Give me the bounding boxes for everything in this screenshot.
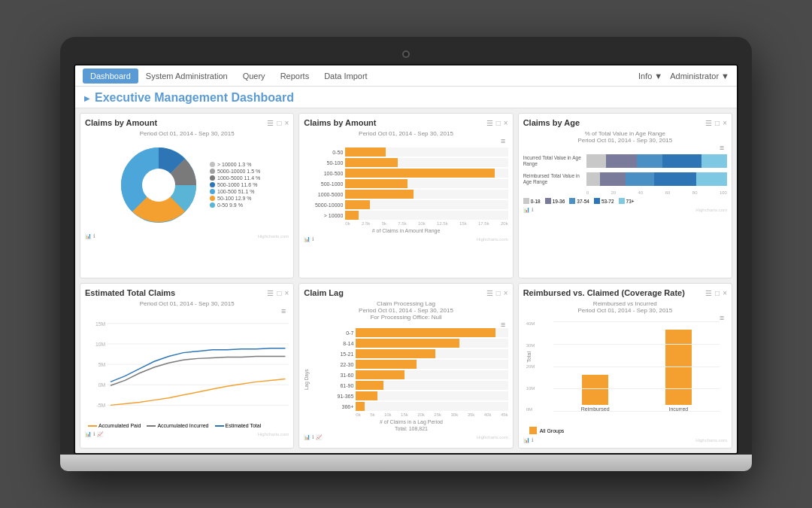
svg-text:5M: 5M [98,362,106,367]
lag-axis-label: # of Claims in a Lag Period [314,419,508,424]
nav-query[interactable]: Query [235,68,273,84]
vbar-grid [553,321,720,412]
panel-header-lag: Claim Lag ☰ □ × [304,288,508,297]
svg-text:-5M: -5M [96,403,105,408]
camera [402,50,410,58]
panel-estimated-total: Estimated Total Claims ☰ □ × Period Oct … [80,283,294,449]
lag-y-label: Lag Days [304,328,314,431]
panel-claims-pie: Claims by Amount ☰ □ × Period Oct 01, 20… [80,113,294,278]
svg-text:15M: 15M [95,321,106,327]
bar-menu-icon[interactable]: ☰ [486,119,493,127]
nav-reports[interactable]: Reports [273,68,317,84]
est-settings-icon[interactable]: □ [277,289,281,297]
lag-settings-icon[interactable]: □ [496,289,501,297]
lag-menu-icon[interactable]: ☰ [486,289,493,297]
panel-title-est: Estimated Total Claims [85,288,175,297]
panel-controls: ☰ □ × [267,119,289,127]
panel-title-age: Claims by Age [523,118,580,127]
panel-header-reimb: Reimbursed vs. Claimed (Coverage Rate) ☰… [523,288,727,297]
lag-bars: 0-7 8-14 15-21 22-30 31-60 61-90 91-365 … [314,328,508,431]
panel-claims-bar: Claims by Amount ☰ □ × Period Oct 01, 20… [298,113,513,278]
est-subtitle: Period Oct 01, 2014 - Sep 30, 2015 [85,300,289,307]
vbar-legend: All Groups [523,427,727,434]
header-arrow: ▶ [84,94,90,102]
panel-header: Claims by Amount ☰ □ × [85,118,289,127]
stacked-legend: 0-18 19-36 37-54 53-72 73+ [523,198,727,204]
panel-footer-reimb: 📊 ℹ Highcharts.com [523,437,727,443]
top-navigation: Dashboard System Administration Query Re… [75,65,737,87]
est-menu-small: ☰ [85,309,289,315]
reimb-settings-icon[interactable]: □ [715,289,720,297]
panel-title-lag: Claim Lag [304,288,344,297]
panel-controls-est: ☰ □ × [267,289,289,297]
admin-menu[interactable]: Administrator ▼ [670,71,729,81]
nav-system-admin[interactable]: System Administration [138,68,235,84]
panel-footer-lag: 📊 ℹ 📈 Highcharts.com [304,434,508,440]
reimb-menu-icon[interactable]: ☰ [705,289,712,297]
panel-footer-est: 📊 ℹ 📈 Highcharts.com [85,431,289,437]
panel-title-reimb: Reimbursed vs. Claimed (Coverage Rate) [523,288,685,297]
bar-chart-area: 0-50 50-100 100-500 500-1000 1000-5000 5… [304,148,508,233]
panel-footer-age: 📊 ℹ Highcharts.com [523,207,727,213]
bar-subtitle: Period Oct 01, 2014 - Sep 30, 2015 [304,130,508,137]
panel-close-icon[interactable]: × [284,119,289,127]
panel-title-bar: Claims by Amount [304,118,376,127]
est-close-icon[interactable]: × [284,289,289,297]
stacked-bar-incurred [586,154,727,168]
panel-settings-icon[interactable]: □ [277,119,281,127]
nav-dashboard[interactable]: Dashboard [83,68,138,84]
panel-footer-pie: 📊 ℹ Highcharts.com [85,233,289,239]
stacked-bar-reimbursed [586,172,727,186]
pie-donut-hole [142,169,175,202]
reimb-menu-small: ☰ [523,315,727,321]
line-chart-svg: 15M 10M 5M 0M -5M [85,315,289,420]
age-close-icon[interactable]: × [723,119,727,127]
panel-controls-reimb: ☰ □ × [705,289,727,297]
reimb-close-icon[interactable]: × [723,289,727,297]
stacked-chart-area: Incurred Total Value in Age Range Reimbu… [523,154,727,204]
age-settings-icon[interactable]: □ [715,119,720,127]
stacked-label-incurred: Incurred Total Value in Age Range [523,155,583,168]
nav-data-import[interactable]: Data Import [317,68,374,84]
panel-reimbursed: Reimbursed vs. Claimed (Coverage Rate) ☰… [518,283,732,449]
panel-claim-lag: Claim Lag ☰ □ × Claim Processing LagPeri… [298,283,513,449]
bar-close-icon[interactable]: × [504,119,508,127]
vbar-y-axis: 40M30M20M10M0M [526,321,535,412]
lag-chart-wrap: Lag Days 0-7 8-14 15-21 22-30 31-60 61-9… [304,328,508,431]
vbar-y-label: Total [526,351,532,363]
panel-title-pie: Claims by Amount [85,118,157,127]
age-menu-small: ☰ [523,145,727,151]
reimb-subtitle: Reimbursed vs IncurredPeriod Oct 01, 201… [523,300,727,314]
panel-controls-lag: ☰ □ × [486,289,508,297]
panel-header-est: Estimated Total Claims ☰ □ × [85,288,289,297]
page-title: Executive Management Dashboard [95,91,294,105]
pie-legend: > 10000 1.3 % 5000-10000 1.5 % 1000-5000… [210,162,260,209]
nav-right-controls: Info ▼ Administrator ▼ [638,71,729,81]
lag-close-icon[interactable]: × [504,289,508,297]
est-menu-icon[interactable]: ☰ [267,289,274,297]
svg-text:0M: 0M [98,382,106,388]
laptop-frame: Dashboard System Administration Query Re… [60,37,752,471]
dashboard-header: ▶ Executive Management Dashboard [75,87,737,108]
svg-text:10M: 10M [95,342,106,347]
panel-controls-age: ☰ □ × [705,119,727,127]
vbar-legend-label: All Groups [540,428,565,433]
lag-total: Total: 108,821 [314,426,508,431]
panel-controls-bar: ☰ □ × [486,119,508,127]
panel-footer-bar: 📊 ℹ Highcharts.com [304,236,508,242]
age-menu-icon[interactable]: ☰ [705,119,712,127]
panel-header-bar: Claims by Amount ☰ □ × [304,118,508,127]
laptop-base [60,455,752,471]
info-menu[interactable]: Info ▼ [638,71,662,81]
panel-menu-icon[interactable]: ☰ [267,119,274,127]
pie-chart-area: > 10000 1.3 % 5000-10000 1.5 % 1000-5000… [85,140,289,230]
panel-header-age: Claims by Age ☰ □ × [523,118,727,127]
lag-menu-small: ☰ [304,322,508,328]
bar-menu-small: ☰ [304,138,508,144]
stacked-label-reimbursed: Reimbursed Total Value in Age Range [523,173,583,186]
bar-settings-icon[interactable]: □ [496,119,501,127]
line-legend: Accumulated Paid Accumulated Incurred Es… [85,423,289,428]
vbar-chart-area: 40M30M20M10M0M Total [523,321,727,427]
pie-subtitle: Period Oct 01, 2014 - Sep 30, 2015 [85,130,289,137]
bar-axis-label: # of Claims in Amount Range [304,228,508,233]
